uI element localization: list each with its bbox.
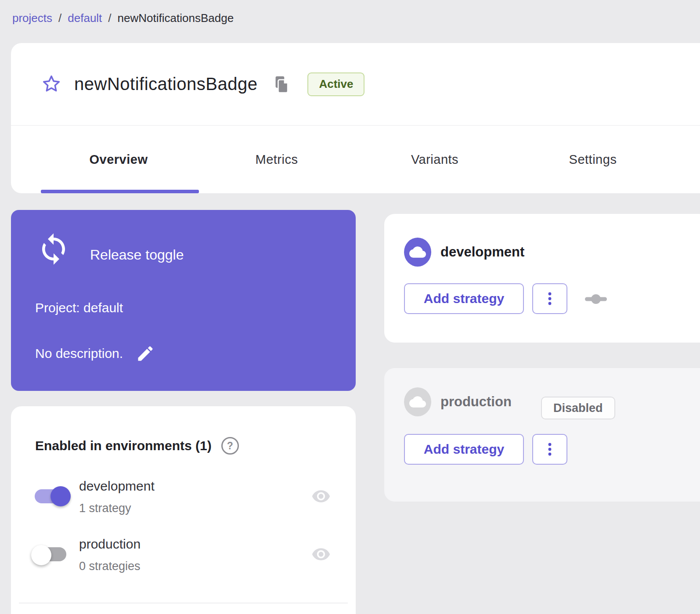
environment-card-production: production Disabled Add strategy: [384, 368, 700, 502]
description-line: No description.: [35, 343, 155, 364]
breadcrumb-separator: /: [58, 11, 61, 25]
tab-metrics[interactable]: Metrics: [198, 126, 356, 194]
tab-variants[interactable]: Variants: [356, 126, 514, 194]
feature-toggle-page: projects / default / newNotificationsBad…: [0, 0, 700, 614]
slider-icon[interactable]: [583, 291, 609, 309]
enabled-environments-heading: Enabled in environments (1) ?: [35, 437, 239, 455]
environment-name: development: [440, 238, 524, 267]
cloud-icon: [404, 387, 431, 416]
add-strategy-button-production[interactable]: Add strategy: [404, 434, 524, 465]
toggle-info-card: Release toggle Project: default No descr…: [11, 210, 356, 391]
enabled-environments-panel: Enabled in environments (1) ? developmen…: [11, 406, 356, 614]
environment-card-development: development Add strategy: [384, 214, 700, 343]
disabled-status-badge: Disabled: [541, 397, 615, 419]
question-circle-icon[interactable]: ?: [221, 437, 239, 455]
active-tab-indicator: [41, 190, 199, 193]
description-text: No description.: [35, 346, 123, 361]
copy-name-icon[interactable]: [273, 75, 291, 94]
env-row-name: development: [79, 479, 155, 494]
favorite-star-icon[interactable]: [40, 73, 63, 96]
env-toggle-production[interactable]: [32, 544, 71, 565]
kebab-menu-icon[interactable]: [532, 283, 567, 314]
kebab-menu-icon[interactable]: [532, 434, 567, 465]
panel-divider: [19, 603, 348, 603]
add-strategy-button-development[interactable]: Add strategy: [404, 283, 524, 314]
panel-title: Enabled in environments (1): [35, 438, 212, 453]
feature-header-card: newNotificationsBadge Active Overview Me…: [11, 43, 700, 193]
env-row-detail: 1 strategy: [79, 502, 131, 515]
tab-bar: Overview Metrics Variants Settings: [11, 125, 700, 193]
sync-icon: [36, 232, 71, 268]
cloud-icon: [404, 238, 431, 267]
breadcrumb: projects / default / newNotificationsBad…: [12, 11, 234, 25]
breadcrumb-projects-link[interactable]: projects: [12, 11, 52, 25]
breadcrumb-current: newNotificationsBadge: [118, 11, 234, 25]
environment-name: production: [440, 387, 512, 416]
breadcrumb-separator: /: [108, 11, 111, 25]
feature-header-row: newNotificationsBadge Active: [11, 43, 700, 125]
toggle-thumb: [31, 545, 51, 565]
eye-icon[interactable]: [310, 545, 332, 566]
breadcrumb-default-link[interactable]: default: [68, 11, 102, 25]
toggle-thumb: [51, 486, 71, 506]
project-label: Project: default: [35, 300, 123, 315]
page-title: newNotificationsBadge: [74, 74, 257, 94]
status-badge: Active: [307, 72, 364, 96]
toggle-type-label: Release toggle: [90, 247, 184, 263]
eye-icon[interactable]: [310, 487, 332, 508]
env-row-name: production: [79, 537, 141, 552]
tab-overview[interactable]: Overview: [40, 126, 198, 194]
tab-settings[interactable]: Settings: [514, 126, 672, 194]
env-toggle-development[interactable]: [32, 486, 71, 507]
env-row-detail: 0 strategies: [79, 560, 141, 573]
edit-description-pencil-icon[interactable]: [135, 343, 155, 364]
